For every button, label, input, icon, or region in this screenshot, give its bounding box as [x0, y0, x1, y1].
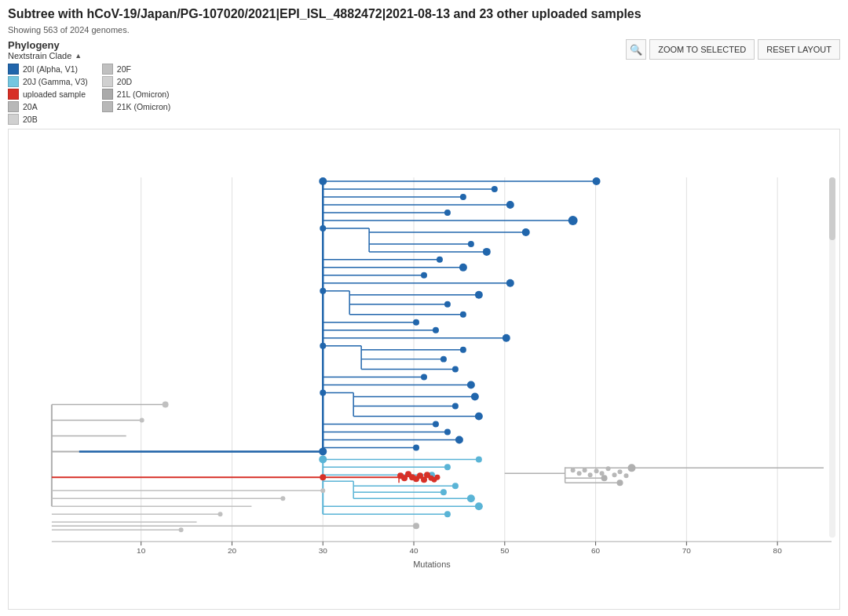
- svg-point-136: [583, 468, 587, 472]
- svg-text:10: 10: [137, 546, 146, 555]
- svg-point-86: [452, 403, 459, 409]
- svg-point-78: [421, 374, 427, 380]
- legend-item-gamma: 20J (Gamma, V3): [8, 76, 88, 87]
- svg-point-115: [444, 511, 451, 517]
- svg-point-176: [319, 455, 327, 463]
- phylogeny-label: Phylogeny: [8, 39, 82, 51]
- legend-item-20f: 20F: [102, 64, 170, 75]
- legend-swatch-20a: [8, 101, 19, 112]
- legend-item-20b: 20B: [8, 114, 88, 125]
- svg-point-175: [319, 447, 327, 455]
- legend-swatch-gamma: [8, 76, 19, 87]
- phylogeny-section: Phylogeny Nextstrain Clade ▲: [8, 39, 82, 60]
- legend-item-uploaded: uploaded sample: [8, 89, 88, 100]
- svg-point-138: [594, 468, 599, 473]
- toolbar-right: 🔍 ZOOM TO SELECTED RESET LAYOUT: [626, 39, 840, 60]
- page-subtitle: Showing 563 of 2024 genomes.: [8, 25, 840, 35]
- nextstrain-clade-label: Nextstrain Clade ▲: [8, 51, 82, 60]
- svg-point-46: [483, 248, 491, 256]
- svg-rect-179: [829, 177, 835, 240]
- svg-point-64: [413, 319, 419, 326]
- svg-text:40: 40: [409, 546, 419, 555]
- phylogeny-chart[interactable]: 10 20 30 40 50 60 70 80 Mutations: [8, 129, 840, 610]
- svg-point-99: [476, 456, 482, 462]
- legend-item-20d: 20D: [102, 76, 170, 87]
- svg-point-94: [455, 436, 463, 443]
- svg-point-44: [468, 241, 474, 247]
- svg-text:30: 30: [319, 546, 328, 555]
- svg-point-90: [433, 421, 439, 427]
- svg-point-142: [618, 469, 623, 474]
- legend-swatch-20b: [8, 114, 19, 125]
- svg-point-135: [577, 471, 582, 476]
- svg-point-36: [444, 210, 451, 216]
- page-title: Subtree with hCoV-19/Japan/PG-107020/202…: [8, 6, 754, 23]
- legend-swatch-alpha: [8, 64, 19, 75]
- search-button[interactable]: 🔍: [626, 39, 646, 60]
- svg-point-58: [475, 291, 483, 299]
- svg-point-145: [601, 475, 608, 481]
- svg-point-84: [471, 392, 479, 400]
- svg-text:50: 50: [500, 546, 510, 555]
- svg-point-60: [444, 301, 451, 308]
- svg-point-80: [467, 381, 475, 388]
- svg-point-92: [444, 428, 451, 435]
- legend-col-left: 20I (Alpha, V1) 20J (Gamma, V3) uploaded…: [8, 64, 88, 125]
- svg-point-140: [606, 466, 611, 471]
- svg-point-113: [475, 502, 483, 510]
- svg-point-23: [140, 417, 144, 422]
- svg-point-76: [452, 366, 459, 372]
- sort-icon: ▲: [75, 52, 82, 60]
- svg-point-74: [440, 355, 447, 362]
- svg-point-68: [503, 334, 510, 341]
- svg-point-32: [460, 194, 466, 200]
- toolbar: Phylogeny Nextstrain Clade ▲ 🔍 ZOOM TO S…: [8, 39, 840, 60]
- svg-text:60: 60: [591, 546, 601, 555]
- legend: 20I (Alpha, V1) 20J (Gamma, V3) uploaded…: [8, 64, 840, 125]
- svg-point-48: [437, 257, 443, 263]
- svg-point-143: [624, 473, 629, 478]
- svg-point-38: [568, 216, 578, 225]
- svg-point-88: [475, 412, 483, 420]
- svg-point-50: [459, 264, 467, 272]
- svg-point-155: [217, 512, 222, 516]
- svg-point-34: [506, 201, 514, 209]
- phylogeny-svg: 10 20 30 40 50 60 70 80 Mutations: [9, 129, 839, 609]
- svg-point-170: [319, 177, 327, 185]
- zoom-to-selected-button[interactable]: ZOOM TO SELECTED: [649, 39, 755, 60]
- svg-point-177: [320, 474, 326, 480]
- svg-point-107: [452, 483, 459, 489]
- svg-point-173: [320, 342, 326, 348]
- svg-point-139: [600, 471, 605, 476]
- svg-point-30: [492, 186, 498, 192]
- legend-swatch-21l: [102, 89, 113, 100]
- svg-point-134: [571, 468, 576, 472]
- svg-point-161: [413, 523, 419, 529]
- svg-point-152: [280, 496, 285, 501]
- legend-item-21l: 21L (Omicron): [102, 89, 170, 100]
- legend-item-20a: 20A: [8, 101, 88, 112]
- svg-point-111: [467, 494, 475, 502]
- svg-point-158: [179, 527, 184, 532]
- svg-point-28: [593, 177, 601, 185]
- svg-point-96: [413, 444, 419, 450]
- svg-point-42: [522, 228, 530, 236]
- svg-point-109: [440, 489, 447, 495]
- legend-col-right: 20F 20D 21L (Omicron) 21K (Omicron): [102, 64, 170, 125]
- svg-point-147: [617, 479, 623, 486]
- svg-point-101: [444, 464, 451, 470]
- svg-point-171: [320, 225, 326, 231]
- svg-point-62: [460, 312, 466, 318]
- legend-swatch-20f: [102, 64, 113, 75]
- reset-layout-button[interactable]: RESET LAYOUT: [758, 39, 840, 60]
- svg-text:80: 80: [773, 546, 783, 555]
- svg-point-150: [320, 488, 325, 493]
- svg-point-52: [421, 272, 427, 279]
- svg-point-174: [320, 389, 326, 395]
- svg-point-137: [588, 472, 593, 477]
- svg-text:Mutations: Mutations: [413, 560, 451, 569]
- svg-point-54: [506, 279, 514, 287]
- svg-point-66: [433, 327, 439, 334]
- svg-point-129: [434, 475, 440, 480]
- svg-point-72: [460, 346, 466, 352]
